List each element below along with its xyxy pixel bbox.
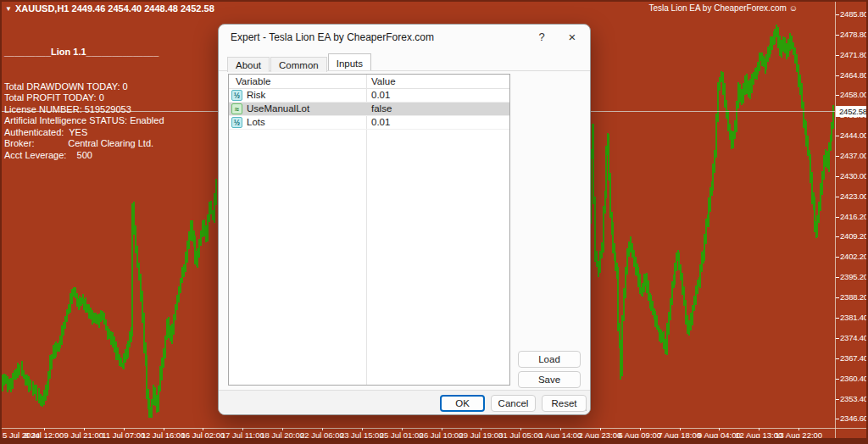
price-tick xyxy=(836,14,839,15)
price-tick xyxy=(836,75,839,76)
input-row-risk[interactable]: ½Risk0.01 xyxy=(229,89,509,103)
time-tick xyxy=(640,428,641,430)
time-axis-label: 11 Jul 07:00 xyxy=(102,430,145,440)
time-tick xyxy=(798,428,799,430)
price-tick xyxy=(836,35,839,36)
time-axis-label: 1 Aug 14:00 xyxy=(539,430,582,440)
time-tick xyxy=(759,428,760,430)
variable-value[interactable]: 0.01 xyxy=(371,117,390,127)
reset-button[interactable]: Reset xyxy=(542,395,587,412)
ok-button[interactable]: OK xyxy=(440,395,485,412)
tab-inputs[interactable]: Inputs xyxy=(328,53,371,70)
inputs-table-header: Variable Value xyxy=(229,75,509,89)
mt4-terminal-window: ▼XAUUSD,H1 2449.46 2454.40 2448.48 2452.… xyxy=(0,0,868,444)
price-tick xyxy=(836,399,839,400)
price-axis-label: 2409.20 xyxy=(840,231,868,241)
price-tick xyxy=(836,257,839,258)
inputs-table[interactable]: Variable Value ½Risk0.01≈UseManualLotfal… xyxy=(228,74,510,386)
time-tick xyxy=(84,428,85,430)
time-tick xyxy=(242,428,243,430)
price-axis-label: 2346.60 xyxy=(840,413,868,423)
input-row-lots[interactable]: ½Lots0.01 xyxy=(229,116,509,130)
ea-status-line: Acct Leverage: 500 xyxy=(4,150,164,162)
time-tick xyxy=(282,428,283,430)
price-axis[interactable]: 2485.802478.802471.802464.802458.002451.… xyxy=(836,0,868,428)
close-icon[interactable]: × xyxy=(558,25,587,50)
candle-bar xyxy=(30,380,31,391)
price-tick xyxy=(836,297,839,298)
current-price-tag: 2452.58 xyxy=(836,106,868,117)
smiley-icon: ☺ xyxy=(789,3,798,13)
time-tick xyxy=(520,428,521,430)
time-tick xyxy=(560,428,561,430)
price-axis-label: 2444.00 xyxy=(840,130,868,140)
time-tick xyxy=(402,428,403,430)
tab-about[interactable]: About xyxy=(227,57,270,72)
time-tick xyxy=(680,428,681,430)
price-tick xyxy=(836,379,839,380)
dialog-titlebar[interactable]: Expert - Tesla Lion EA by CheaperForex.c… xyxy=(219,25,590,50)
price-tick xyxy=(836,95,839,96)
price-axis-label: 2416.20 xyxy=(840,212,868,221)
chart-symbol-header: ▼XAUUSD,H1 2449.46 2454.40 2448.48 2452.… xyxy=(5,3,214,14)
load-button[interactable]: Load xyxy=(518,351,581,368)
price-tick xyxy=(836,236,839,237)
candle-bar xyxy=(832,105,834,129)
double-type-icon: ½ xyxy=(231,90,242,101)
price-tick xyxy=(836,338,839,339)
price-tick xyxy=(836,156,839,157)
tab-common[interactable]: Common xyxy=(270,57,327,72)
expert-properties-dialog: Expert - Tesla Lion EA by CheaperForex.c… xyxy=(218,24,591,415)
price-axis-label: 2360.40 xyxy=(840,374,868,383)
price-tick xyxy=(836,136,839,136)
candle-bar xyxy=(621,315,623,376)
price-axis-label: 2353.40 xyxy=(840,394,868,403)
price-tick xyxy=(836,358,839,359)
time-axis-label: 18 Jul 20:00 xyxy=(260,430,304,440)
time-axis-label: 12 Jul 16:00 xyxy=(142,430,186,440)
price-axis-label: 2388.20 xyxy=(840,292,868,302)
ea-status-panel: _________Lion 1.1______________ Total DR… xyxy=(4,24,164,184)
price-axis-label: 2430.00 xyxy=(840,171,868,180)
column-header-variable: Variable xyxy=(236,76,270,86)
ea-chart-label-text: Tesla Lion EA by CheaperForex.com xyxy=(648,3,786,13)
candle-bar xyxy=(593,124,594,204)
time-axis-label: 16 Jul 02:00 xyxy=(181,430,225,440)
time-tick xyxy=(124,428,125,430)
ea-status-line: Authenticated: YES xyxy=(4,127,164,139)
variable-value[interactable]: false xyxy=(371,103,392,114)
price-tick xyxy=(836,277,839,278)
price-axis-label: 2381.40 xyxy=(840,313,868,322)
bool-type-icon: ≈ xyxy=(231,103,242,114)
column-header-value: Value xyxy=(371,76,396,86)
time-tick xyxy=(481,428,481,430)
save-button[interactable]: Save xyxy=(518,371,581,388)
help-button[interactable]: ? xyxy=(527,25,556,50)
time-axis-label: 9 Aug 04:00 xyxy=(698,430,741,440)
price-tick xyxy=(836,217,839,218)
time-axis-label: 23 Jul 15:00 xyxy=(340,430,384,440)
time-tick xyxy=(442,428,442,430)
time-axis-label: 8 Jul 12:00 xyxy=(25,430,64,440)
candle-bar xyxy=(19,364,20,375)
time-tick xyxy=(719,428,720,430)
time-axis-label: 6 Aug 09:00 xyxy=(618,430,661,440)
ea-status-line: Total DRAWDOWN TODAY: 0 xyxy=(4,81,164,93)
variable-value[interactable]: 0.01 xyxy=(371,90,390,100)
collapse-panel-icon[interactable]: ▼ xyxy=(5,5,12,13)
candle-bar xyxy=(215,179,217,206)
time-axis-label: 25 Jul 01:00 xyxy=(380,430,424,440)
price-axis-label: 2437.00 xyxy=(840,151,868,160)
time-axis[interactable]: 5 Jul 20248 Jul 12:009 Jul 21:0011 Jul 0… xyxy=(0,428,868,440)
time-tick xyxy=(203,428,203,430)
price-axis-label: 2478.80 xyxy=(840,30,868,39)
ea-status-line: Total PROFIT TODAY: 0 xyxy=(4,92,164,104)
time-axis-label: 26 Jul 10:00 xyxy=(420,430,464,440)
time-axis-label: 13 Aug 22:00 xyxy=(775,430,822,440)
time-axis-label: 17 Jul 11:00 xyxy=(221,430,264,440)
ea-chart-label: Tesla Lion EA by CheaperForex.com☺ xyxy=(648,3,798,13)
price-axis-label: 2367.40 xyxy=(840,353,868,363)
input-row-usemanuallot[interactable]: ≈UseManualLotfalse xyxy=(229,103,509,116)
dialog-tabs: AboutCommonInputs xyxy=(227,53,581,71)
cancel-button[interactable]: Cancel xyxy=(491,395,536,412)
